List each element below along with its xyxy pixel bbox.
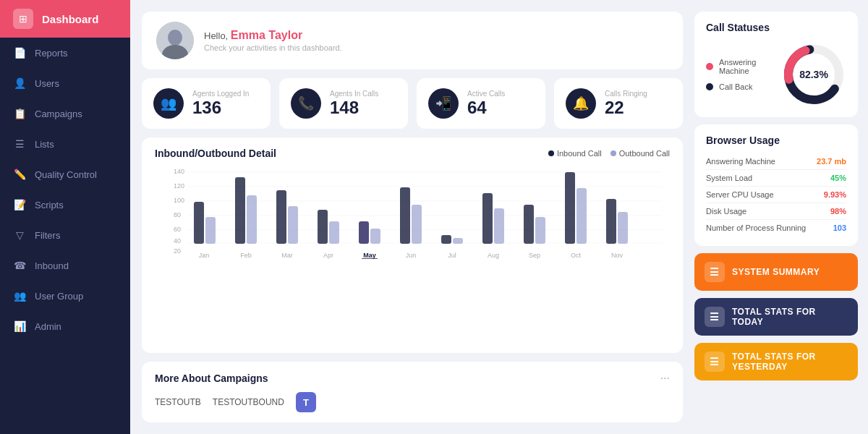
agents-in-calls-icon: 📞 [291, 88, 321, 119]
donut-chart: 82.3% [781, 42, 846, 107]
donut-percentage: 82.3% [799, 69, 828, 80]
calls-ringing-icon: 🔔 [566, 88, 596, 119]
sidebar-item-campaigns[interactable]: 📋 Campaigns [0, 98, 130, 129]
svg-text:Sep: Sep [529, 252, 540, 259]
sidebar: ⊞ Dashboard 📄 Reports 👤 Users 📋 Campaign… [0, 0, 130, 434]
svg-rect-19 [235, 177, 245, 244]
svg-rect-45 [576, 188, 587, 244]
svg-text:140: 140 [174, 168, 184, 175]
calls-ringing-value: 22 [605, 98, 647, 118]
svg-text:120: 120 [174, 182, 184, 190]
svg-text:60: 60 [174, 226, 181, 233]
browser-value-1: 45% [830, 174, 846, 182]
header-text: Hello, Emma Taylor Check your activities… [204, 29, 342, 52]
answering-dot [706, 63, 713, 70]
svg-text:Oct: Oct [571, 252, 582, 259]
total-stats-yesterday-icon: ☰ [705, 352, 725, 372]
sidebar-item-quality-control[interactable]: ✏️ Quality Control [0, 159, 130, 190]
svg-text:Nov: Nov [611, 252, 624, 259]
sidebar-item-dashboard[interactable]: ⊞ Dashboard [0, 0, 130, 38]
browser-value-4: 103 [833, 224, 846, 232]
campaign-title: More About Campaigns [155, 373, 268, 384]
agents-in-calls-value: 148 [330, 98, 378, 118]
svg-text:100: 100 [174, 197, 184, 204]
svg-point-1 [168, 30, 182, 46]
legend-item-answering: Answering Machine [706, 58, 781, 75]
browser-value-3: 98% [830, 207, 846, 216]
campaign-row: TESTOUTB TESTOUTBOUND T [155, 392, 670, 412]
sidebar-item-users[interactable]: 👤 Users [0, 68, 130, 98]
sidebar-item-inbound[interactable]: ☎ Inbound [0, 250, 130, 281]
svg-rect-33 [412, 205, 422, 244]
svg-rect-17 [205, 217, 216, 244]
campaign-name-1: TESTOUTB [155, 397, 201, 407]
sidebar-filters-label: Filters [35, 230, 60, 241]
chart-title: Inbound/Outbound Detail [155, 148, 276, 159]
campaign-header: More About Campaigns ··· [155, 372, 670, 385]
sidebar-item-admin[interactable]: 📊 Admin [0, 311, 130, 341]
chart-card: Inbound/Outbound Detail Inbound Call Out… [142, 137, 683, 353]
browser-value-0: 23.7 mb [817, 157, 846, 166]
header-subtitle: Check your activities in this dashboard. [204, 43, 342, 52]
total-stats-today-button[interactable]: ☰ TOTAL STATS FOR TODAY [694, 298, 858, 336]
sidebar-item-lists[interactable]: ☰ Lists [0, 129, 130, 159]
svg-text:20: 20 [174, 247, 181, 255]
legend-item-callback: Call Back [706, 82, 781, 91]
browser-label-4: Number of Process Running [706, 224, 806, 232]
agents-logged-in-icon: 👥 [153, 88, 184, 119]
main-content: Hello, Emma Taylor Check your activities… [130, 0, 868, 434]
campaign-outbound-name: TESTOUTBOUND [213, 397, 284, 407]
svg-rect-44 [565, 172, 575, 244]
answering-label: Answering Machine [719, 58, 781, 75]
stat-text: Active Calls 64 [467, 90, 505, 118]
svg-rect-42 [535, 217, 545, 244]
svg-text:Jun: Jun [406, 252, 417, 259]
stat-card-agents-logged-in: 👥 Agents Logged In 136 [142, 78, 271, 129]
sidebar-reports-label: Reports [35, 48, 68, 59]
header-card: Hello, Emma Taylor Check your activities… [142, 12, 683, 69]
users-icon: 👤 [13, 77, 26, 90]
chart-legend: Inbound Call Outbound Call [548, 149, 670, 158]
total-stats-yesterday-label: TOTAL STATS FOR YESTERDAY [732, 352, 848, 372]
svg-rect-20 [247, 195, 257, 244]
user-group-icon: 👥 [13, 289, 26, 302]
svg-text:Jan: Jan [199, 252, 210, 259]
user-name: Emma Taylor [231, 29, 302, 41]
sidebar-item-scripts[interactable]: 📝 Scripts [0, 190, 130, 220]
svg-rect-38 [482, 193, 493, 244]
quality-control-icon: ✏️ [13, 168, 26, 181]
system-summary-button[interactable]: ☰ SYSTEM SUMMARY [694, 253, 858, 291]
campaign-card: More About Campaigns ··· TESTOUTB TESTOU… [142, 362, 683, 422]
stat-text: Agents Logged In 136 [192, 90, 249, 118]
sidebar-inbound-label: Inbound [35, 260, 69, 271]
svg-text:Apr: Apr [323, 252, 333, 259]
more-options-button[interactable]: ··· [660, 372, 670, 385]
filters-icon: ▽ [13, 229, 26, 242]
svg-rect-36 [453, 238, 463, 244]
callback-label: Call Back [719, 82, 752, 91]
stat-card-active-calls: 📲 Active Calls 64 [417, 78, 545, 129]
scripts-icon: 📝 [13, 198, 26, 211]
svg-text:40: 40 [174, 237, 181, 244]
browser-label-2: Server CPU Usage [706, 190, 774, 199]
svg-text:Feb: Feb [240, 252, 252, 259]
svg-rect-32 [400, 187, 410, 244]
sidebar-admin-label: Admin [35, 321, 61, 332]
campaigns-icon: 📋 [13, 107, 26, 120]
sidebar-item-user-group[interactable]: 👥 User Group [0, 281, 130, 311]
active-calls-label: Active Calls [467, 90, 505, 98]
sidebar-item-filters[interactable]: ▽ Filters [0, 220, 130, 250]
browser-usage-card: Browser Usage Answering Machine 23.7 mb … [694, 124, 858, 246]
svg-rect-47 [606, 199, 616, 244]
svg-rect-35 [441, 235, 451, 244]
browser-label-1: System Load [706, 174, 752, 182]
sidebar-item-reports[interactable]: 📄 Reports [0, 38, 130, 68]
svg-text:Jul: Jul [448, 252, 456, 259]
outbound-legend-item: Outbound Call [610, 149, 670, 158]
svg-rect-48 [618, 212, 628, 244]
total-stats-yesterday-button[interactable]: ☰ TOTAL STATS FOR YESTERDAY [694, 343, 858, 380]
chart-header: Inbound/Outbound Detail Inbound Call Out… [155, 148, 670, 159]
bar-chart: 140 120 100 80 60 40 20 [155, 165, 670, 259]
stats-row: 👥 Agents Logged In 136 📞 Agents In Calls… [142, 78, 683, 129]
calls-ringing-label: Calls Ringing [605, 90, 647, 98]
